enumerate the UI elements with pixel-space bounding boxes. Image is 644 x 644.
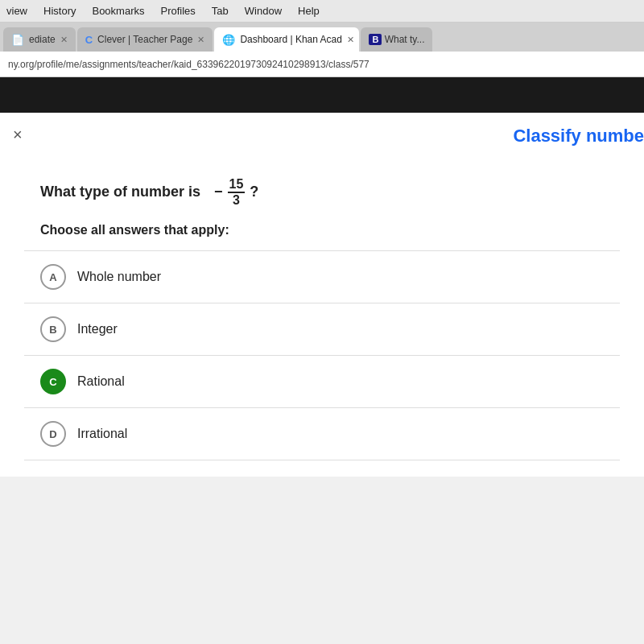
browser-menu-bar: view History Bookmarks Profiles Tab Wind… bbox=[0, 0, 644, 23]
option-a-label: Whole number bbox=[77, 270, 161, 284]
menu-bookmarks[interactable]: Bookmarks bbox=[92, 5, 144, 17]
option-d-circle: D bbox=[40, 421, 66, 447]
question-prefix: What type of number is bbox=[40, 184, 200, 200]
address-bar: ny.org/profile/me/assignments/teacher/ka… bbox=[0, 52, 644, 77]
tab-bar: 📄 ediate ✕ C Clever | Teacher Page ✕ 🌐 D… bbox=[0, 23, 644, 52]
tab1-label: ediate bbox=[29, 34, 56, 45]
option-b-id: B bbox=[49, 324, 56, 336]
option-b[interactable]: B Integer bbox=[40, 303, 604, 355]
option-d-label: Irrational bbox=[77, 427, 127, 441]
ka-dark-bar bbox=[0, 77, 644, 113]
tab1-favicon: 📄 bbox=[11, 34, 24, 46]
option-b-label: Integer bbox=[77, 322, 118, 336]
tab3-favicon: 🌐 bbox=[222, 34, 235, 46]
menu-profiles[interactable]: Profiles bbox=[161, 5, 196, 17]
tab2-label: Clever | Teacher Page bbox=[97, 34, 192, 45]
tab2-close[interactable]: ✕ bbox=[197, 35, 204, 45]
tab2-favicon: C bbox=[85, 34, 93, 46]
tab3-close[interactable]: ✕ bbox=[347, 35, 354, 45]
tab1-close[interactable]: ✕ bbox=[60, 35, 68, 45]
tab-3[interactable]: 🌐 Dashboard | Khan Acad ✕ bbox=[214, 27, 359, 52]
tab4-favicon: B bbox=[369, 34, 382, 45]
close-button[interactable]: × bbox=[13, 126, 23, 144]
divider-d bbox=[24, 460, 620, 460]
fraction: 15 3 bbox=[228, 177, 246, 207]
menu-window[interactable]: Window bbox=[245, 5, 282, 17]
option-d[interactable]: D Irrational bbox=[40, 408, 604, 460]
tab-4[interactable]: B What ty... bbox=[361, 27, 432, 52]
menu-view[interactable]: view bbox=[6, 5, 27, 17]
option-d-id: D bbox=[49, 428, 56, 440]
content-area: × Classify numbe What type of number is … bbox=[0, 113, 644, 477]
fraction-denominator: 3 bbox=[231, 193, 242, 208]
option-c[interactable]: C Rational bbox=[40, 356, 604, 407]
option-c-label: Rational bbox=[77, 374, 125, 389]
question-suffix: ? bbox=[250, 184, 258, 200]
question-area: What type of number is − 15 3 ? Choose a… bbox=[24, 177, 620, 460]
option-a[interactable]: A Whole number bbox=[40, 251, 604, 303]
tab-1[interactable]: 📄 ediate ✕ bbox=[3, 27, 76, 52]
negative-sign: − bbox=[214, 184, 223, 200]
option-c-id: C bbox=[49, 376, 56, 388]
tab3-label: Dashboard | Khan Acad bbox=[240, 34, 342, 45]
choose-label: Choose all answers that apply: bbox=[40, 223, 604, 237]
tab-2[interactable]: C Clever | Teacher Page ✕ bbox=[77, 27, 213, 52]
question-text: What type of number is − 15 3 ? bbox=[40, 177, 604, 207]
menu-history[interactable]: History bbox=[43, 5, 76, 17]
menu-help[interactable]: Help bbox=[298, 5, 320, 17]
tab4-label: What ty... bbox=[385, 34, 425, 45]
option-b-circle: B bbox=[40, 316, 66, 342]
menu-tab[interactable]: Tab bbox=[212, 5, 229, 17]
option-c-circle: C bbox=[40, 369, 66, 394]
fraction-numerator: 15 bbox=[228, 177, 246, 193]
option-a-id: A bbox=[49, 271, 56, 283]
url-text: ny.org/profile/me/assignments/teacher/ka… bbox=[8, 59, 369, 70]
page-title: Classify numbe bbox=[513, 126, 644, 147]
option-a-circle: A bbox=[40, 264, 66, 290]
